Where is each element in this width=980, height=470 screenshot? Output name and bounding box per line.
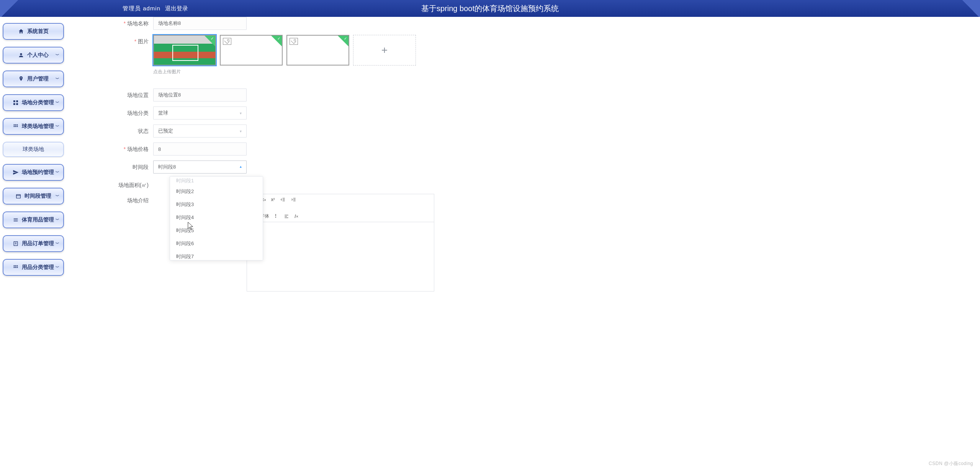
label-status: 状态 [103, 124, 153, 135]
venue-location-input[interactable] [153, 88, 247, 102]
select-value: 已预定 [158, 128, 173, 134]
pin-icon [18, 76, 24, 82]
svg-rect-22 [17, 265, 18, 267]
sidebar-item-label: 球类场地 [23, 146, 44, 153]
home-icon [18, 28, 24, 34]
svg-rect-21 [15, 265, 16, 267]
svg-rect-4 [13, 103, 15, 105]
sidebar: 系统首页 个人中心 ﹀ 用户管理 ﹀ 场地分类管理 ﹀ 球类场地管理 ﹀ 球类场… [3, 23, 64, 283]
clear-format-icon[interactable]: I× [294, 213, 298, 219]
chevron-down-icon: ﹀ [56, 124, 59, 129]
timeslot-select[interactable]: 时间段8 ▾ [153, 160, 247, 174]
chevron-down-icon: ﹀ [56, 217, 59, 223]
sidebar-item-label: 场地分类管理 [22, 99, 54, 106]
doc-icon [13, 241, 19, 247]
label-name: 场地名称 [103, 17, 153, 27]
check-icon: ✓ [277, 36, 280, 41]
sidebar-item-label: 用品分类管理 [22, 264, 54, 271]
dropdown-option[interactable]: 时间段4 [170, 211, 263, 224]
chevron-down-icon: ﹀ [56, 265, 59, 270]
select-value: 篮球 [158, 110, 168, 116]
sidebar-item-label: 用品订单管理 [22, 240, 54, 247]
svg-rect-3 [16, 100, 18, 102]
sidebar-item-timeslot[interactable]: 时间段管理 ﹀ [3, 188, 64, 205]
chevron-down-icon: ﹀ [56, 76, 59, 82]
top-banner: 管理员 admin 退出登录 基于spring boot的体育场馆设施预约系统 [0, 0, 980, 17]
chevron-down-icon: ﹀ [56, 170, 59, 175]
logout-link[interactable]: 退出登录 [165, 5, 188, 12]
align-icon[interactable] [284, 214, 289, 219]
sidebar-item-profile[interactable]: 个人中心 ﹀ [3, 47, 64, 64]
svg-rect-5 [16, 103, 18, 105]
sidebar-item-reserve[interactable]: 场地预约管理 ﹀ [3, 164, 64, 181]
check-icon: ✓ [211, 36, 214, 41]
editor-toolbar: x₂ x² 标准字体 ⠇ I× [247, 194, 434, 222]
sidebar-item-label: 体育用品管理 [22, 216, 54, 223]
broken-image-icon [223, 38, 231, 45]
list-icon [13, 217, 19, 223]
label-timeslot: 时间段 [103, 160, 153, 171]
svg-rect-25 [17, 267, 18, 268]
svg-rect-10 [15, 126, 16, 127]
chevron-down-icon: ﹀ [56, 241, 59, 246]
sidebar-item-users[interactable]: 用户管理 ﹀ [3, 70, 64, 87]
image-thumb-1[interactable]: ✓ [153, 35, 216, 66]
indent-icon[interactable] [291, 197, 296, 202]
sidebar-item-label: 场地预约管理 [22, 169, 54, 176]
svg-rect-8 [17, 124, 18, 126]
image-upload-button[interactable]: + [353, 35, 416, 66]
editor-body[interactable] [247, 222, 434, 291]
chevron-down-icon: ﹀ [56, 100, 59, 105]
sidebar-item-venue-cat[interactable]: 场地分类管理 ﹀ [3, 94, 64, 111]
venue-price-input[interactable] [153, 142, 247, 156]
outdent-icon[interactable] [280, 197, 286, 202]
send-icon [13, 169, 19, 175]
svg-rect-9 [14, 126, 15, 127]
person-icon [18, 52, 24, 58]
select-value: 时间段8 [158, 164, 176, 170]
dropdown-option[interactable]: 时间段3 [170, 198, 263, 211]
chevron-down-icon: ﹀ [56, 193, 59, 199]
dropdown-option[interactable]: 时间段6 [170, 237, 263, 250]
label-intro: 场地介绍 [103, 194, 153, 204]
label-category: 场地分类 [103, 106, 153, 117]
sidebar-item-ball-venue[interactable]: 球类场地管理 ﹀ [3, 118, 64, 135]
sidebar-item-label: 系统首页 [27, 28, 49, 35]
label-location: 场地位置 [103, 88, 153, 99]
chevron-up-icon: ▾ [240, 165, 242, 169]
status-select[interactable]: 已预定 ▾ [153, 124, 247, 138]
broken-image-icon [290, 38, 298, 45]
category-select[interactable]: 篮球 ▾ [153, 106, 247, 120]
dropdown-option[interactable]: 时间段2 [170, 185, 263, 198]
sidebar-item-label: 时间段管理 [25, 193, 51, 200]
dropdown-option[interactable]: 时间段1 [170, 177, 263, 185]
image-thumb-2[interactable]: ✓ [220, 35, 283, 66]
svg-rect-12 [16, 195, 21, 198]
svg-point-1 [21, 77, 22, 79]
watermark-text: CSDN @小薇coding [929, 460, 973, 467]
svg-rect-7 [15, 124, 16, 126]
font-size-icon[interactable]: ⠇ [275, 213, 278, 219]
sidebar-item-label: 个人中心 [27, 52, 49, 59]
apps-icon [13, 264, 19, 270]
grid-icon [13, 100, 19, 106]
sidebar-sub-ball-venue[interactable]: 球类场地 [3, 142, 64, 157]
upload-hint: 点击上传图片 [153, 69, 416, 75]
venue-name-input[interactable] [153, 17, 247, 30]
sidebar-item-label: 球类场地管理 [22, 123, 54, 130]
rich-editor: x₂ x² 标准字体 ⠇ I× [247, 194, 434, 291]
sidebar-item-goods-cat[interactable]: 用品分类管理 ﹀ [3, 259, 64, 276]
svg-point-0 [20, 53, 22, 55]
sidebar-item-home[interactable]: 系统首页 [3, 23, 64, 40]
superscript-icon[interactable]: x² [271, 197, 275, 202]
dropdown-option[interactable]: 时间段5 [170, 224, 263, 237]
chevron-down-icon: ▾ [240, 111, 242, 115]
sidebar-item-orders[interactable]: 用品订单管理 ﹀ [3, 235, 64, 252]
dropdown-option[interactable]: 时间段7 [170, 250, 263, 260]
sidebar-item-goods[interactable]: 体育用品管理 ﹀ [3, 211, 64, 228]
label-area: 场地面积(㎡) [103, 179, 153, 189]
clock-icon [15, 193, 21, 199]
svg-rect-23 [14, 267, 15, 268]
image-thumb-3[interactable]: ✓ [286, 35, 349, 66]
plus-icon: + [381, 44, 388, 56]
